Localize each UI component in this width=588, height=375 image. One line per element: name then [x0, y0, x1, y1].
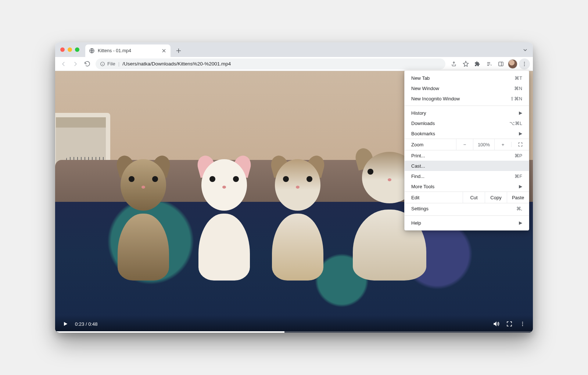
menu-label: Bookmarks — [411, 131, 435, 136]
menu-shortcut: ⌘, — [516, 206, 522, 211]
menu-find[interactable]: Find... ⌘F — [405, 171, 529, 181]
svg-point-6 — [522, 322, 523, 322]
menu-downloads[interactable]: Downloads ⌥⌘L — [405, 118, 529, 128]
forward-button[interactable] — [70, 58, 81, 69]
video-controls: 0:23 / 0:48 — [55, 315, 533, 333]
url-text: /Users/natka/Downloads/Kittens%20-%2001.… — [122, 61, 231, 67]
zoom-fullscreen-button[interactable] — [511, 142, 529, 147]
tab-close-button[interactable] — [161, 48, 167, 54]
svg-point-8 — [522, 325, 523, 326]
svg-rect-2 — [499, 62, 503, 66]
tabs-dropdown-button[interactable] — [523, 47, 528, 53]
menu-label: New Window — [411, 86, 439, 91]
media-control-button[interactable] — [484, 58, 495, 69]
menu-shortcut: ⌘P — [514, 153, 522, 158]
volume-button[interactable] — [492, 320, 500, 328]
window-minimize-button[interactable] — [68, 47, 72, 52]
menu-history[interactable]: History ▶ — [405, 108, 529, 118]
edit-paste-button[interactable]: Paste — [507, 192, 529, 203]
svg-point-5 — [524, 65, 525, 66]
tab-strip: Kittens - 01.mp4 — [55, 42, 533, 57]
window-close-button[interactable] — [60, 47, 65, 52]
zoom-out-button[interactable]: − — [456, 139, 473, 150]
avatar-icon — [508, 59, 517, 69]
address-bar[interactable]: File | /Users/natka/Downloads/Kittens%20… — [96, 58, 445, 69]
menu-label: New Incognito Window — [411, 96, 460, 101]
profile-button[interactable] — [507, 58, 518, 69]
chrome-menu-button[interactable] — [519, 58, 530, 69]
edit-copy-button[interactable]: Copy — [485, 192, 507, 203]
menu-shortcut: ⇧⌘N — [510, 96, 522, 101]
menu-new-tab[interactable]: New Tab ⌘T — [405, 73, 529, 83]
menu-label: Cast... — [411, 163, 425, 169]
browser-window: Kittens - 01.mp4 File | /User — [55, 42, 533, 333]
video-progress-bar[interactable] — [55, 331, 533, 333]
svg-point-3 — [524, 62, 525, 63]
video-progress-played — [55, 331, 284, 333]
info-icon — [100, 61, 105, 67]
globe-icon — [89, 48, 95, 54]
toolbar: File | /Users/natka/Downloads/Kittens%20… — [55, 57, 533, 71]
menu-label: History — [411, 110, 426, 116]
menu-edit-row: Edit Cut Copy Paste — [405, 192, 529, 203]
reload-button[interactable] — [82, 58, 93, 69]
menu-cast[interactable]: Cast... — [405, 161, 529, 171]
menu-label: Settings — [411, 206, 429, 211]
video-more-button[interactable] — [519, 320, 526, 328]
menu-settings[interactable]: Settings ⌘, — [405, 203, 529, 214]
svg-point-7 — [522, 324, 523, 324]
new-tab-button[interactable] — [173, 46, 184, 56]
svg-point-4 — [524, 63, 525, 64]
menu-new-incognito[interactable]: New Incognito Window ⇧⌘N — [405, 93, 529, 104]
menu-zoom-row: Zoom − 100% + — [405, 139, 529, 150]
window-zoom-button[interactable] — [75, 47, 79, 52]
menu-label: Find... — [411, 174, 424, 179]
menu-help[interactable]: Help ▶ — [405, 218, 529, 228]
share-button[interactable] — [448, 58, 459, 69]
menu-shortcut: ⌘T — [514, 75, 522, 81]
menu-more-tools[interactable]: More Tools ▶ — [405, 181, 529, 192]
menu-label: Zoom — [405, 142, 456, 147]
play-button[interactable] — [62, 320, 69, 328]
chrome-menu: New Tab ⌘T New Window ⌘N New Incognito W… — [404, 70, 529, 231]
browser-tab[interactable]: Kittens - 01.mp4 — [85, 44, 171, 57]
traffic-lights — [60, 47, 79, 52]
url-scheme-label: File — [107, 61, 115, 67]
menu-label: Help — [411, 220, 421, 226]
side-panel-button[interactable] — [495, 58, 506, 69]
fullscreen-button[interactable] — [506, 320, 513, 328]
menu-separator — [405, 215, 529, 216]
extensions-button[interactable] — [472, 58, 483, 69]
menu-print[interactable]: Print... ⌘P — [405, 150, 529, 161]
menu-label: Edit — [405, 195, 463, 200]
submenu-arrow-icon: ▶ — [519, 220, 522, 225]
menu-bookmarks[interactable]: Bookmarks ▶ — [405, 128, 529, 139]
menu-label: More Tools — [411, 184, 434, 189]
menu-label: New Tab — [411, 75, 430, 81]
submenu-arrow-icon: ▶ — [519, 110, 522, 115]
zoom-in-button[interactable]: + — [494, 139, 511, 150]
menu-label: Print... — [411, 153, 425, 158]
menu-separator — [405, 106, 529, 106]
menu-shortcut: ⌘F — [514, 174, 522, 179]
divider: | — [118, 61, 120, 67]
menu-shortcut: ⌘N — [514, 86, 522, 91]
video-time-display: 0:23 / 0:48 — [75, 321, 97, 327]
submenu-arrow-icon: ▶ — [519, 131, 522, 136]
submenu-arrow-icon: ▶ — [519, 184, 522, 189]
zoom-value: 100% — [473, 139, 494, 150]
site-info-button[interactable]: File — [100, 61, 115, 67]
menu-shortcut: ⌥⌘L — [509, 121, 522, 126]
menu-new-window[interactable]: New Window ⌘N — [405, 83, 529, 93]
tab-title: Kittens - 01.mp4 — [98, 48, 158, 53]
menu-label: Downloads — [411, 121, 435, 126]
bookmark-button[interactable] — [460, 58, 471, 69]
edit-cut-button[interactable]: Cut — [463, 192, 485, 203]
back-button[interactable] — [58, 58, 69, 69]
